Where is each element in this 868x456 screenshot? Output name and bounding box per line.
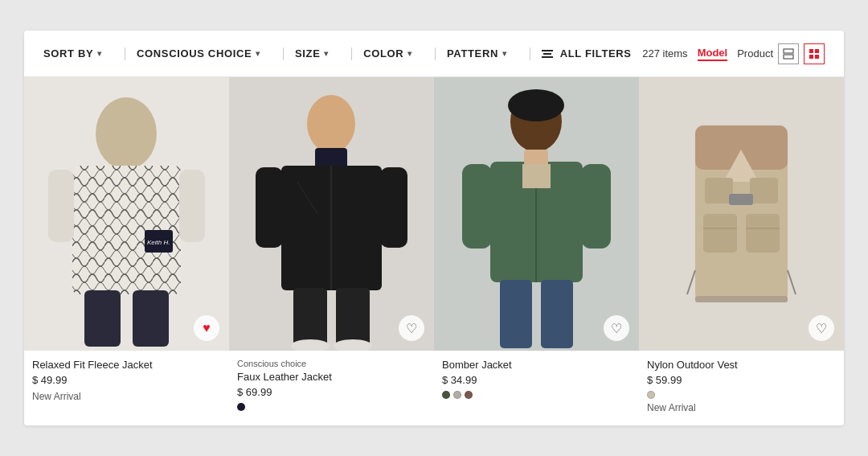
svg-point-7	[96, 97, 157, 170]
product-grid: Keith H. ♥ Relaxed Fit Fleece Jacket $ 4…	[24, 77, 844, 425]
svg-rect-53	[695, 296, 788, 302]
product-card[interactable]: ♡ Conscious choice Faux Leather Jacket $…	[229, 77, 434, 425]
color-label: COLOR	[363, 47, 403, 60]
divider-2	[283, 47, 284, 60]
svg-rect-37	[581, 164, 611, 249]
svg-rect-44	[703, 214, 737, 253]
product-card[interactable]: ♡ Bomber Jacket $ 34.99	[434, 77, 639, 425]
color-chevron-icon: ▾	[407, 49, 412, 58]
svg-rect-34	[524, 150, 548, 166]
color-swatch[interactable]	[237, 403, 245, 411]
divider-4	[435, 47, 436, 60]
svg-rect-24	[380, 167, 407, 248]
product-info: Nylon Outdoor Vest $ 59.99 New Arrival	[639, 351, 844, 425]
color-swatch[interactable]	[465, 391, 473, 399]
svg-rect-16	[133, 290, 169, 347]
svg-point-18	[307, 95, 355, 153]
color-swatch[interactable]	[647, 391, 655, 399]
svg-rect-5	[815, 55, 819, 59]
product-card[interactable]: Keith H. ♥ Relaxed Fit Fleece Jacket $ 4…	[24, 77, 229, 425]
sort-by-chevron-icon: ▾	[97, 49, 102, 58]
color-swatches	[442, 391, 631, 399]
svg-rect-50	[729, 194, 753, 205]
pattern-chevron-icon: ▾	[502, 49, 507, 58]
size-label: SIZE	[295, 47, 321, 60]
product-image-wrap: ♡	[434, 77, 639, 351]
view-icons	[778, 43, 825, 64]
svg-rect-3	[815, 49, 819, 53]
svg-rect-39	[541, 280, 573, 348]
all-filters-label: ALL FILTERS	[560, 47, 632, 60]
size-button[interactable]: SIZE ▾	[295, 47, 340, 60]
wishlist-button[interactable]: ♡	[399, 315, 424, 341]
product-name: Relaxed Fit Fleece Jacket	[32, 359, 221, 371]
product-name: Faux Leather Jacket	[237, 371, 426, 383]
product-price: $ 69.99	[237, 386, 426, 398]
color-button[interactable]: COLOR ▾	[363, 47, 424, 60]
svg-rect-1	[784, 55, 793, 59]
product-image-wrap: ♡	[639, 77, 844, 351]
svg-rect-36	[462, 164, 492, 249]
color-swatch[interactable]	[453, 391, 461, 399]
svg-rect-23	[256, 167, 283, 248]
svg-rect-26	[336, 288, 370, 348]
grid-view-button[interactable]	[804, 43, 825, 64]
filter-toolbar: SORT BY ▾ CONSCIOUS CHOICE ▾ SIZE ▾ COLO…	[24, 31, 844, 77]
view-meta: 227 items Model Product	[642, 47, 773, 61]
filter-lines-icon	[542, 50, 553, 58]
new-arrival-tag: New Arrival	[647, 402, 836, 413]
svg-rect-46	[746, 214, 780, 253]
all-filters-button[interactable]: ALL FILTERS	[542, 47, 632, 60]
svg-rect-35	[522, 164, 551, 188]
wishlist-button[interactable]: ♥	[194, 315, 219, 341]
view-model-toggle[interactable]: Model	[698, 47, 728, 61]
color-swatches	[237, 403, 426, 411]
item-count: 227 items	[642, 47, 687, 60]
svg-rect-38	[500, 280, 532, 348]
svg-rect-49	[750, 178, 778, 203]
svg-rect-15	[84, 290, 121, 347]
product-price: $ 49.99	[32, 374, 221, 386]
product-price: $ 59.99	[647, 374, 836, 386]
wishlist-button[interactable]: ♡	[604, 315, 629, 341]
svg-rect-2	[809, 49, 813, 53]
product-image	[434, 77, 639, 351]
conscious-badge: Conscious choice	[237, 359, 426, 368]
product-price: $ 34.99	[442, 374, 631, 386]
divider-3	[351, 47, 352, 60]
new-arrival-tag: New Arrival	[32, 391, 221, 402]
product-image-wrap: ♡	[229, 77, 434, 351]
pattern-label: PATTERN	[447, 47, 498, 60]
single-column-icon	[783, 48, 794, 60]
svg-rect-25	[293, 288, 327, 348]
grid-icon	[809, 48, 820, 60]
product-info: Bomber Jacket $ 34.99	[434, 351, 639, 413]
product-name: Nylon Outdoor Vest	[647, 359, 836, 371]
product-image-wrap: Keith H. ♥	[24, 77, 229, 351]
svg-rect-14	[179, 170, 205, 242]
main-container: SORT BY ▾ CONSCIOUS CHOICE ▾ SIZE ▾ COLO…	[24, 31, 844, 425]
divider-1	[125, 47, 125, 60]
sort-by-button[interactable]: SORT BY ▾	[43, 47, 113, 60]
product-name: Bomber Jacket	[442, 359, 631, 371]
conscious-choice-chevron-icon: ▾	[256, 49, 260, 58]
svg-rect-4	[809, 55, 813, 59]
product-info: Relaxed Fit Fleece Jacket $ 49.99 New Ar…	[24, 351, 229, 413]
sort-by-label: SORT BY	[43, 47, 93, 60]
product-card[interactable]: ♡ Nylon Outdoor Vest $ 59.99 New Arrival	[639, 77, 844, 425]
product-image: Keith H.	[24, 77, 229, 351]
view-product-toggle[interactable]: Product	[737, 47, 773, 60]
divider-5	[530, 47, 530, 60]
wishlist-button[interactable]: ♡	[809, 315, 834, 341]
conscious-choice-label: CONSCIOUS CHOICE	[137, 47, 252, 60]
product-image	[229, 77, 434, 351]
product-info: Conscious choice Faux Leather Jacket $ 6…	[229, 351, 434, 425]
conscious-choice-button[interactable]: CONSCIOUS CHOICE ▾	[137, 47, 272, 60]
svg-rect-48	[705, 178, 733, 203]
single-column-view-button[interactable]	[778, 43, 799, 64]
color-swatch[interactable]	[442, 391, 450, 399]
pattern-button[interactable]: PATTERN ▾	[447, 47, 518, 60]
svg-point-31	[508, 89, 564, 121]
color-swatches	[647, 391, 836, 399]
size-chevron-icon: ▾	[324, 49, 329, 58]
